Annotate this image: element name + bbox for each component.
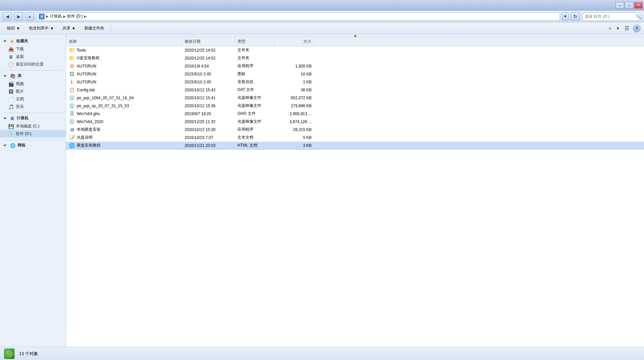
file-cell-size: 28,315 KB: [275, 126, 314, 133]
help-button[interactable]: ?: [633, 24, 641, 32]
music-label: 音乐: [16, 104, 24, 110]
table-row[interactable]: 💿 pe_yqs_1064_20_07_31_16_04 2020/10/12 …: [66, 94, 644, 102]
breadcrumb-drive[interactable]: 软件 (D:): [67, 14, 83, 19]
sidebar-section-network: 🌐 网络: [0, 141, 66, 150]
file-cell-name: 📋 Config.dat: [66, 86, 182, 94]
sidebar-header-library[interactable]: 📚 库: [0, 72, 66, 80]
table-row[interactable]: ℹ AUTORUN 2015/5/10 2:45 安装信息 1 KB: [66, 78, 644, 86]
archive-button[interactable]: 包含到库中 ▼: [25, 24, 58, 33]
table-row[interactable]: 📁 Tools 2020/12/25 14:52 文件夹: [66, 46, 644, 54]
file-cell-size: 10 KB: [275, 70, 314, 78]
sidebar-header-network[interactable]: 🌐 网络: [0, 141, 66, 150]
file-icon: ℹ: [69, 79, 75, 85]
favorites-star-icon: ★: [10, 39, 14, 44]
table-row[interactable]: ⚙ AUTORUN 2016/1/8 4:54 应用程序 1,926 KB: [66, 62, 644, 70]
view-details-button[interactable]: ☰: [622, 25, 631, 32]
sidebar-item-picture[interactable]: 🖼 图片: [0, 88, 66, 95]
file-cell-name: 🌐 硬盘安装教程: [66, 142, 182, 149]
breadcrumb-computer-icon: 🖥: [39, 14, 45, 20]
column-header-name[interactable]: 名称: [66, 37, 182, 46]
recent-icon: 🕐: [8, 62, 14, 67]
sidebar-item-video[interactable]: 🎬 视频: [0, 80, 66, 88]
picture-icon: 🖼: [8, 89, 14, 94]
search-icon[interactable]: 🔍: [636, 14, 641, 19]
sidebar-item-download[interactable]: 📥 下载: [0, 45, 66, 53]
refresh-button[interactable]: ↻: [571, 12, 580, 21]
table-row[interactable]: 📋 Config.dat 2020/10/12 15:42 DAT 文件 36 …: [66, 86, 644, 94]
table-row[interactable]: 🖥 本地硬盘安装 2020/10/12 15:30 应用程序 28,315 KB: [66, 126, 644, 134]
breadcrumb-computer[interactable]: 计算机: [50, 14, 62, 19]
file-cell-size: 2,900,813 ...: [275, 110, 314, 117]
column-header-date[interactable]: 修改日期: [182, 37, 235, 46]
table-row[interactable]: 🌐 硬盘安装教程 2016/11/21 22:03 HTML 文档 3 KB: [66, 142, 644, 150]
column-headers: 名称 修改日期 类型 大小: [66, 37, 644, 46]
file-cell-type: 文件夹: [235, 46, 275, 54]
status-icon-img: 🟢: [4, 348, 15, 359]
table-row[interactable]: 🖼 AUTORUN 2015/5/10 2:45 图标 10 KB: [66, 70, 644, 78]
sidebar-header-computer[interactable]: 🖥 计算机: [0, 114, 66, 122]
table-row[interactable]: 💿 Win7x64_2020 2020/12/25 11:32 光盘映像文件 3…: [66, 118, 644, 126]
organize-button[interactable]: 组织 ▼: [3, 24, 24, 33]
view-list-button[interactable]: ≡: [606, 25, 614, 32]
forward-button[interactable]: ▶: [14, 12, 23, 21]
file-cell-size: 3,874,126 ...: [275, 118, 314, 125]
sidebar-item-ddrive[interactable]: 💿 软件 (D:): [0, 130, 66, 138]
view-dropdown-button[interactable]: ▼: [614, 25, 622, 32]
file-icon: 📝: [69, 135, 75, 140]
address-dropdown-button[interactable]: ▼: [562, 12, 569, 21]
newfolder-button[interactable]: 新建文件夹: [81, 24, 108, 33]
table-row[interactable]: 💿 pe_yqs_xp_20_07_31_15_53 2020/10/12 15…: [66, 102, 644, 110]
column-header-type[interactable]: 类型: [235, 37, 275, 46]
file-icon: 🌐: [69, 143, 75, 148]
minimize-button[interactable]: ─: [616, 2, 624, 9]
file-name: AUTORUN: [77, 64, 96, 68]
sidebar-divider-1: [3, 70, 63, 70]
network-toggle-icon: [3, 145, 7, 147]
video-label: 视频: [16, 81, 24, 87]
cdrive-icon: 💾: [8, 124, 14, 129]
desktop-icon: 🖥: [8, 55, 14, 59]
picture-label: 图片: [16, 89, 24, 94]
download-label: 下载: [16, 46, 24, 52]
collapse-strip[interactable]: [66, 34, 644, 37]
status-icon-symbol: 🟢: [5, 350, 14, 358]
table-row[interactable]: 📝 光盘说明 2016/10/23 7:07 文本文档 5 KB: [66, 134, 644, 142]
sidebar-header-favorites[interactable]: ★ 收藏夹: [0, 37, 66, 45]
file-name: U盘安装教程: [77, 55, 100, 61]
breadcrumb-sep2: ▶: [63, 14, 66, 19]
table-row[interactable]: 📁 U盘安装教程 2020/12/25 14:52 文件夹: [66, 54, 644, 62]
file-icon: 💿: [69, 119, 75, 124]
file-name: AUTORUN: [77, 80, 96, 84]
table-row[interactable]: 🗄 Win7x64.gho 2019/9/7 19:25 GHO 文件 2,90…: [66, 110, 644, 118]
ddrive-icon: 💿: [8, 132, 14, 136]
file-cell-type: DAT 文件: [235, 86, 275, 94]
breadcrumb[interactable]: 🖥 ▶ 计算机 ▶ 软件 (D:) ▶: [36, 12, 560, 21]
archive-arrow: ▼: [50, 26, 54, 31]
sidebar-item-recent[interactable]: 🕐 最近访问的位置: [0, 61, 66, 68]
file-name: 本地硬盘安装: [77, 127, 101, 132]
back-button[interactable]: ◀: [3, 12, 12, 21]
sidebar-item-music[interactable]: 🎵 音乐: [0, 103, 66, 111]
file-cell-name: 💿 Win7x64_2020: [66, 118, 182, 125]
file-cell-type: 应用程序: [235, 126, 275, 133]
search-bar[interactable]: 🔍: [582, 12, 641, 21]
sidebar-divider-2: [3, 112, 63, 113]
sidebar-item-document[interactable]: 📄 文档: [0, 95, 66, 103]
toolbar: 组织 ▼ 包含到库中 ▼ 共享 ▼ 新建文件夹 ≡ ▼ ☰ ?: [0, 22, 644, 34]
close-button[interactable]: ✕: [634, 2, 643, 9]
music-icon: 🎵: [8, 105, 14, 109]
maximize-button[interactable]: □: [625, 2, 633, 9]
sidebar-item-desktop[interactable]: 🖥 桌面: [0, 53, 66, 61]
computer-toggle-icon: [3, 117, 7, 119]
up-button[interactable]: ▲: [25, 12, 34, 21]
sidebar-item-cdrive[interactable]: 💾 本地磁盘 (C:): [0, 122, 66, 130]
file-icon: 🖼: [69, 71, 75, 77]
file-icon: 🗄: [69, 111, 75, 116]
file-cell-name: 🖥 本地硬盘安装: [66, 126, 182, 133]
file-cell-size: 652,072 KB: [275, 94, 314, 102]
search-input[interactable]: [585, 14, 634, 19]
file-icon: 📁: [69, 56, 75, 61]
file-cell-date: 2015/5/10 2:45: [182, 70, 235, 78]
share-button[interactable]: 共享 ▼: [59, 24, 79, 33]
column-header-size[interactable]: 大小: [275, 37, 314, 46]
